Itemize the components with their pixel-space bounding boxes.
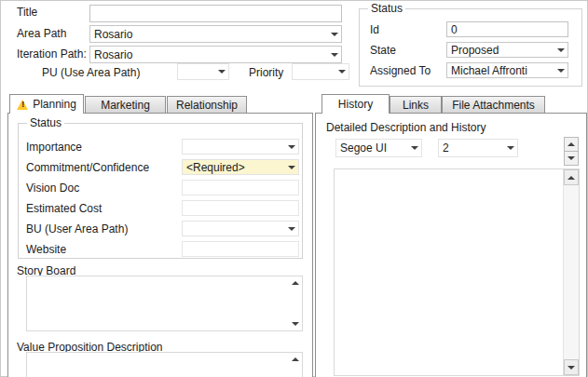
area-path-label: Area Path xyxy=(17,27,66,40)
story-board-textarea[interactable] xyxy=(26,276,303,331)
tab-marketing-label: Marketing xyxy=(101,99,150,112)
scrollbar-up-button[interactable] xyxy=(564,169,579,185)
tab-relationship[interactable]: Relationship xyxy=(167,96,247,113)
status-group-caption: Status xyxy=(368,2,405,15)
priority-combo[interactable] xyxy=(292,63,349,80)
editor-scrollbar[interactable] xyxy=(563,169,579,375)
triangle-down-icon xyxy=(567,366,575,370)
tab-planning[interactable]: ! Planning xyxy=(9,94,84,114)
chevron-down-icon xyxy=(214,64,228,79)
state-combo[interactable]: Proposed xyxy=(446,42,568,58)
id-label: Id xyxy=(370,23,379,36)
chevron-down-icon xyxy=(554,63,567,77)
estimated-cost-label: Estimated Cost xyxy=(26,202,102,215)
font-family-value: Segoe UI xyxy=(336,141,407,155)
chevron-down-icon xyxy=(554,43,567,57)
pu-combo[interactable] xyxy=(177,63,229,80)
triangle-up-icon xyxy=(567,176,575,180)
triangle-down-icon xyxy=(567,156,575,160)
pu-label: PU (Use Area Path) xyxy=(42,66,140,79)
importance-combo[interactable] xyxy=(182,139,299,155)
scroll-up-icon[interactable] xyxy=(290,354,301,365)
detailed-description-label: Detailed Description and History xyxy=(326,121,485,134)
commitment-confidence-value: <Required> xyxy=(183,161,284,174)
chevron-down-icon xyxy=(327,47,341,62)
assigned-to-value: Michael Affronti xyxy=(447,64,554,77)
scrollbar-down-button[interactable] xyxy=(564,359,579,375)
tab-marketing[interactable]: Marketing xyxy=(85,96,166,113)
chevron-down-icon xyxy=(284,160,298,174)
area-path-value: Rosario xyxy=(90,28,327,41)
iteration-path-combo[interactable]: Rosario xyxy=(89,46,342,63)
planning-status-caption: Status xyxy=(27,116,64,129)
tab-history[interactable]: History xyxy=(321,94,390,114)
title-input[interactable] xyxy=(89,5,342,22)
iteration-path-value: Rosario xyxy=(90,48,327,61)
iteration-path-label: Iteration Path: xyxy=(17,47,87,61)
chevron-down-icon xyxy=(503,140,517,156)
commitment-confidence-combo[interactable]: <Required> xyxy=(182,159,299,175)
assigned-to-label: Assigned To xyxy=(370,64,431,77)
history-editor[interactable] xyxy=(334,168,580,376)
tab-file-attachments[interactable]: File Attachments xyxy=(442,96,545,113)
commitment-confidence-label: Commitment/Confidence xyxy=(26,161,149,174)
tab-links-label: Links xyxy=(403,99,429,112)
toolbar-scroll-down-button[interactable] xyxy=(564,151,579,166)
chevron-down-icon xyxy=(407,140,421,156)
vision-doc-label: Vision Doc xyxy=(26,182,79,195)
tab-relationship-label: Relationship xyxy=(176,99,238,112)
vision-doc-input[interactable] xyxy=(182,180,299,195)
assigned-to-combo[interactable]: Michael Affronti xyxy=(446,62,568,78)
chevron-down-icon xyxy=(335,64,349,79)
font-size-combo[interactable]: 2 xyxy=(438,139,518,157)
bu-user-area-path-combo[interactable] xyxy=(182,221,299,236)
chevron-down-icon xyxy=(284,222,298,236)
id-input[interactable]: 0 xyxy=(446,21,568,37)
importance-label: Importance xyxy=(26,141,82,154)
title-label: Title xyxy=(17,6,37,19)
tab-history-label: History xyxy=(338,98,373,111)
tab-links[interactable]: Links xyxy=(390,96,442,113)
chevron-down-icon xyxy=(327,26,341,42)
chevron-down-icon xyxy=(284,140,298,154)
estimated-cost-input[interactable] xyxy=(182,200,299,216)
tab-file-attachments-label: File Attachments xyxy=(452,99,535,112)
website-label: Website xyxy=(26,243,66,256)
value-proposition-textarea[interactable] xyxy=(26,352,303,377)
state-label: State xyxy=(370,44,396,57)
tab-planning-label: Planning xyxy=(33,98,76,111)
font-size-value: 2 xyxy=(439,141,503,155)
priority-label: Priority xyxy=(249,66,283,79)
toolbar-scroll-up-button[interactable] xyxy=(564,137,579,152)
font-family-combo[interactable]: Segoe UI xyxy=(335,139,422,157)
area-path-combo[interactable]: Rosario xyxy=(89,25,342,43)
warning-icon: ! xyxy=(17,100,29,110)
scroll-down-icon[interactable] xyxy=(290,318,301,330)
bu-user-area-path-label: BU (User Area Path) xyxy=(26,222,128,236)
state-value: Proposed xyxy=(447,44,554,57)
triangle-up-icon xyxy=(567,142,575,146)
scroll-up-icon[interactable] xyxy=(290,277,301,289)
website-input[interactable] xyxy=(182,241,299,257)
